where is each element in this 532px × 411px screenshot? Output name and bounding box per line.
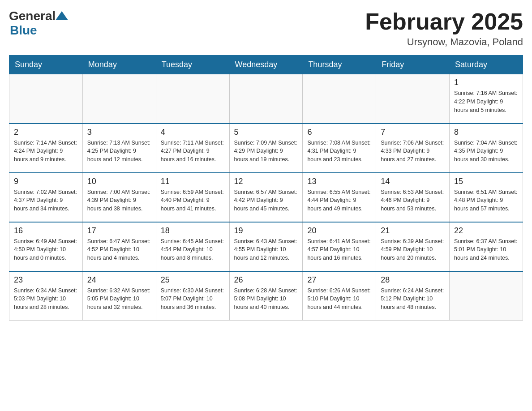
day-info: Sunrise: 6:28 AM Sunset: 5:08 PM Dayligh… xyxy=(234,287,298,312)
day-number: 8 xyxy=(454,128,518,137)
day-info: Sunrise: 6:47 AM Sunset: 4:52 PM Dayligh… xyxy=(87,237,151,262)
calendar-cell: 7Sunrise: 7:06 AM Sunset: 4:33 PM Daylig… xyxy=(376,124,450,173)
calendar-cell: 6Sunrise: 7:08 AM Sunset: 4:31 PM Daylig… xyxy=(303,124,376,173)
day-info: Sunrise: 6:57 AM Sunset: 4:42 PM Dayligh… xyxy=(234,188,298,213)
day-info: Sunrise: 7:16 AM Sunset: 4:22 PM Dayligh… xyxy=(454,89,518,114)
column-header-tuesday: Tuesday xyxy=(156,56,229,74)
day-info: Sunrise: 6:30 AM Sunset: 5:07 PM Dayligh… xyxy=(161,287,225,312)
day-number: 23 xyxy=(14,275,78,285)
column-header-sunday: Sunday xyxy=(9,56,83,74)
calendar-cell: 8Sunrise: 7:04 AM Sunset: 4:35 PM Daylig… xyxy=(450,124,523,173)
day-info: Sunrise: 7:02 AM Sunset: 4:37 PM Dayligh… xyxy=(14,188,78,213)
day-info: Sunrise: 6:53 AM Sunset: 4:46 PM Dayligh… xyxy=(381,188,445,213)
calendar-header-row: SundayMondayTuesdayWednesdayThursdayFrid… xyxy=(9,56,523,74)
day-number: 21 xyxy=(381,226,445,235)
calendar-cell: 23Sunrise: 6:34 AM Sunset: 5:03 PM Dayli… xyxy=(9,271,83,321)
day-info: Sunrise: 6:32 AM Sunset: 5:05 PM Dayligh… xyxy=(87,287,151,312)
column-header-thursday: Thursday xyxy=(303,56,376,74)
day-info: Sunrise: 7:14 AM Sunset: 4:24 PM Dayligh… xyxy=(14,139,78,164)
day-info: Sunrise: 6:59 AM Sunset: 4:40 PM Dayligh… xyxy=(161,188,225,213)
calendar-cell: 11Sunrise: 6:59 AM Sunset: 4:40 PM Dayli… xyxy=(156,173,229,222)
logo: General Blue xyxy=(9,9,68,38)
calendar-cell xyxy=(450,271,523,321)
calendar-cell xyxy=(156,74,229,124)
day-info: Sunrise: 6:51 AM Sunset: 4:48 PM Dayligh… xyxy=(454,188,518,213)
day-number: 27 xyxy=(307,275,371,285)
day-number: 11 xyxy=(161,177,225,186)
calendar-cell: 22Sunrise: 6:37 AM Sunset: 5:01 PM Dayli… xyxy=(450,222,523,271)
column-header-saturday: Saturday xyxy=(450,56,523,74)
day-info: Sunrise: 6:49 AM Sunset: 4:50 PM Dayligh… xyxy=(14,237,78,262)
day-info: Sunrise: 7:04 AM Sunset: 4:35 PM Dayligh… xyxy=(454,139,518,164)
page-header: General Blue February 2025 Ursynow, Mazo… xyxy=(9,9,523,48)
day-number: 28 xyxy=(381,275,445,285)
column-header-wednesday: Wednesday xyxy=(229,56,303,74)
day-info: Sunrise: 7:06 AM Sunset: 4:33 PM Dayligh… xyxy=(381,139,445,164)
calendar-cell: 17Sunrise: 6:47 AM Sunset: 4:52 PM Dayli… xyxy=(82,222,156,271)
day-number: 22 xyxy=(454,226,518,235)
day-number: 19 xyxy=(234,226,298,235)
day-info: Sunrise: 6:37 AM Sunset: 5:01 PM Dayligh… xyxy=(454,237,518,262)
day-info: Sunrise: 7:00 AM Sunset: 4:39 PM Dayligh… xyxy=(87,188,151,213)
calendar-cell: 9Sunrise: 7:02 AM Sunset: 4:37 PM Daylig… xyxy=(9,173,83,222)
day-info: Sunrise: 6:34 AM Sunset: 5:03 PM Dayligh… xyxy=(14,287,78,312)
day-number: 18 xyxy=(161,226,225,235)
day-info: Sunrise: 6:41 AM Sunset: 4:57 PM Dayligh… xyxy=(307,237,371,262)
day-info: Sunrise: 7:11 AM Sunset: 4:27 PM Dayligh… xyxy=(161,139,225,164)
day-info: Sunrise: 6:45 AM Sunset: 4:54 PM Dayligh… xyxy=(161,237,225,262)
day-number: 26 xyxy=(234,275,298,285)
day-info: Sunrise: 7:08 AM Sunset: 4:31 PM Dayligh… xyxy=(307,139,371,164)
month-title: February 2025 xyxy=(365,9,523,34)
week-row-4: 16Sunrise: 6:49 AM Sunset: 4:50 PM Dayli… xyxy=(9,222,523,271)
logo-general-text: General xyxy=(9,9,56,23)
day-info: Sunrise: 6:43 AM Sunset: 4:55 PM Dayligh… xyxy=(234,237,298,262)
day-info: Sunrise: 6:24 AM Sunset: 5:12 PM Dayligh… xyxy=(381,287,445,312)
day-info: Sunrise: 7:13 AM Sunset: 4:25 PM Dayligh… xyxy=(87,139,151,164)
calendar-cell: 28Sunrise: 6:24 AM Sunset: 5:12 PM Dayli… xyxy=(376,271,450,321)
calendar-cell: 15Sunrise: 6:51 AM Sunset: 4:48 PM Dayli… xyxy=(450,173,523,222)
calendar-cell: 27Sunrise: 6:26 AM Sunset: 5:10 PM Dayli… xyxy=(303,271,376,321)
calendar-cell: 4Sunrise: 7:11 AM Sunset: 4:27 PM Daylig… xyxy=(156,124,229,173)
calendar-cell xyxy=(9,74,83,124)
column-header-friday: Friday xyxy=(376,56,450,74)
calendar-cell: 12Sunrise: 6:57 AM Sunset: 4:42 PM Dayli… xyxy=(229,173,303,222)
day-number: 9 xyxy=(14,177,78,186)
calendar-cell: 3Sunrise: 7:13 AM Sunset: 4:25 PM Daylig… xyxy=(82,124,156,173)
calendar-cell xyxy=(376,74,450,124)
day-number: 3 xyxy=(87,128,151,137)
calendar-cell: 14Sunrise: 6:53 AM Sunset: 4:46 PM Dayli… xyxy=(376,173,450,222)
day-number: 14 xyxy=(381,177,445,186)
logo-blue-text: Blue xyxy=(10,23,37,38)
calendar-cell xyxy=(229,74,303,124)
day-number: 10 xyxy=(87,177,151,186)
location-title: Ursynow, Mazovia, Poland xyxy=(365,36,523,48)
column-header-monday: Monday xyxy=(82,56,156,74)
calendar-cell: 21Sunrise: 6:39 AM Sunset: 4:59 PM Dayli… xyxy=(376,222,450,271)
calendar-table: SundayMondayTuesdayWednesdayThursdayFrid… xyxy=(9,55,523,321)
week-row-5: 23Sunrise: 6:34 AM Sunset: 5:03 PM Dayli… xyxy=(9,271,523,321)
calendar-cell: 20Sunrise: 6:41 AM Sunset: 4:57 PM Dayli… xyxy=(303,222,376,271)
calendar-cell xyxy=(82,74,156,124)
day-number: 20 xyxy=(307,226,371,235)
day-number: 2 xyxy=(14,128,78,137)
calendar-cell: 13Sunrise: 6:55 AM Sunset: 4:44 PM Dayli… xyxy=(303,173,376,222)
day-number: 4 xyxy=(161,128,225,137)
calendar-cell: 16Sunrise: 6:49 AM Sunset: 4:50 PM Dayli… xyxy=(9,222,83,271)
week-row-1: 1Sunrise: 7:16 AM Sunset: 4:22 PM Daylig… xyxy=(9,74,523,124)
calendar-cell: 25Sunrise: 6:30 AM Sunset: 5:07 PM Dayli… xyxy=(156,271,229,321)
calendar-cell: 5Sunrise: 7:09 AM Sunset: 4:29 PM Daylig… xyxy=(229,124,303,173)
calendar-cell: 18Sunrise: 6:45 AM Sunset: 4:54 PM Dayli… xyxy=(156,222,229,271)
calendar-cell: 24Sunrise: 6:32 AM Sunset: 5:05 PM Dayli… xyxy=(82,271,156,321)
day-number: 24 xyxy=(87,275,151,285)
week-row-2: 2Sunrise: 7:14 AM Sunset: 4:24 PM Daylig… xyxy=(9,124,523,173)
calendar-cell: 10Sunrise: 7:00 AM Sunset: 4:39 PM Dayli… xyxy=(82,173,156,222)
day-number: 25 xyxy=(161,275,225,285)
week-row-3: 9Sunrise: 7:02 AM Sunset: 4:37 PM Daylig… xyxy=(9,173,523,222)
day-number: 6 xyxy=(307,128,371,137)
calendar-cell: 19Sunrise: 6:43 AM Sunset: 4:55 PM Dayli… xyxy=(229,222,303,271)
day-info: Sunrise: 7:09 AM Sunset: 4:29 PM Dayligh… xyxy=(234,139,298,164)
day-number: 17 xyxy=(87,226,151,235)
day-info: Sunrise: 6:39 AM Sunset: 4:59 PM Dayligh… xyxy=(381,237,445,262)
title-block: February 2025 Ursynow, Mazovia, Poland xyxy=(365,9,523,48)
calendar-cell: 2Sunrise: 7:14 AM Sunset: 4:24 PM Daylig… xyxy=(9,124,83,173)
